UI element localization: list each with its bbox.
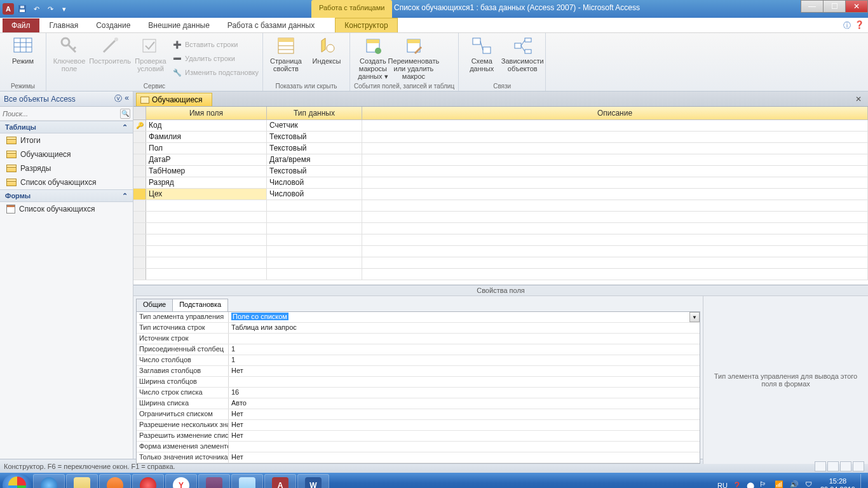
property-sheet-button[interactable]: Страница свойств [267, 36, 305, 72]
row-selector[interactable] [133, 177, 146, 188]
navgroup-tables[interactable]: Таблицы ⌃ [0, 121, 133, 133]
taskbar-media[interactable] [99, 474, 131, 488]
test-rules-button[interactable]: Проверка условий [132, 36, 170, 72]
app-icon[interactable]: A [3, 3, 14, 15]
tab-create[interactable]: Создание [87, 18, 139, 32]
tab-lookup[interactable]: Подстановка [172, 299, 228, 311]
cell-field-name[interactable]: ДатаР [146, 154, 267, 165]
cell-data-type[interactable] [267, 223, 362, 234]
field-row[interactable] [133, 212, 868, 223]
dropdown-icon[interactable]: ▼ [689, 312, 700, 322]
cell-description[interactable] [362, 223, 868, 234]
taskbar-access[interactable]: A [264, 474, 296, 488]
taskbar-yandex[interactable]: Y [165, 474, 197, 488]
cell-description[interactable] [362, 269, 868, 280]
taskbar-explorer[interactable] [66, 474, 98, 488]
cell-field-name[interactable] [146, 246, 267, 257]
cell-field-name[interactable]: Пол [146, 143, 267, 154]
field-row[interactable]: 🔑КодСчетчик [133, 120, 868, 132]
design-view-button[interactable] [827, 461, 839, 471]
tray-av-icon[interactable]: 🛡 [805, 480, 815, 488]
insert-rows-button[interactable]: ➕Вставить строки [172, 38, 259, 51]
cell-data-type[interactable] [267, 200, 362, 211]
col-description[interactable]: Описание [362, 107, 868, 119]
taskbar-paint[interactable] [231, 474, 263, 488]
property-value[interactable]: Нет [229, 431, 700, 441]
maximize-button[interactable]: ☐ [823, 0, 846, 13]
property-value[interactable]: 1 [229, 355, 700, 365]
help-icon[interactable]: ❓ [855, 20, 864, 31]
datasheet-view-button[interactable] [815, 461, 826, 471]
tab-external-data[interactable]: Внешние данные [139, 18, 219, 32]
tab-design[interactable]: Конструктор [335, 18, 397, 32]
taskbar-ie[interactable] [33, 474, 65, 488]
relationships-button[interactable]: Схема данных [463, 36, 501, 72]
cell-field-name[interactable] [146, 200, 267, 211]
cell-field-name[interactable]: Фамилия [146, 132, 267, 142]
close-document-icon[interactable]: ✕ [855, 95, 864, 104]
navpane-collapse-icon[interactable]: « [125, 93, 129, 104]
field-row[interactable] [133, 269, 868, 280]
row-selector[interactable] [133, 269, 146, 280]
field-row[interactable]: ЦехЧисловой [133, 189, 868, 200]
property-value[interactable]: Нет [229, 409, 700, 419]
property-row[interactable]: Число столбцов1 [137, 355, 700, 366]
builder-button[interactable]: Построитель [91, 36, 129, 65]
cell-data-type[interactable]: Текстовый [267, 143, 362, 154]
cell-data-type[interactable] [267, 234, 362, 245]
tab-database-tools[interactable]: Работа с базами данных [219, 18, 323, 32]
property-value[interactable] [229, 377, 700, 387]
save-icon[interactable] [17, 3, 28, 15]
row-selector[interactable] [133, 166, 146, 177]
tray-security-icon[interactable]: ⬤ [747, 482, 754, 489]
property-value[interactable]: Авто [229, 398, 700, 409]
field-row[interactable] [133, 200, 868, 212]
col-data-type[interactable]: Тип данных [267, 107, 362, 119]
sql-view-button[interactable] [840, 461, 851, 471]
col-field-name[interactable]: Имя поля [146, 107, 267, 119]
cell-field-name[interactable] [146, 234, 267, 245]
cell-field-name[interactable] [146, 212, 267, 222]
taskbar-word[interactable]: W [297, 474, 329, 488]
field-row[interactable]: ФамилияТекстовый [133, 132, 868, 143]
cell-description[interactable] [362, 143, 868, 154]
view-mode-button[interactable]: Режим [4, 36, 42, 65]
row-selector[interactable] [133, 257, 146, 268]
cell-description[interactable] [362, 246, 868, 257]
navpane-dropdown-icon[interactable]: ⓥ [114, 93, 122, 104]
field-row[interactable] [133, 234, 868, 246]
property-value[interactable]: Таблица или запрос [229, 323, 700, 333]
property-value[interactable]: Нет [229, 452, 700, 463]
navpane-header[interactable]: Все объекты Access ⓥ « [0, 92, 133, 107]
field-row[interactable]: ТабНомерТекстовый [133, 166, 868, 177]
primary-key-button[interactable]: Ключевое поле [50, 36, 88, 72]
nav-item-table[interactable]: Обучающиеся [0, 147, 133, 161]
field-row[interactable]: РазрядЧисловой [133, 177, 868, 189]
show-desktop-button[interactable] [860, 474, 865, 488]
minimize-button[interactable]: — [801, 0, 824, 13]
cell-data-type[interactable] [267, 212, 362, 222]
row-selector[interactable]: 🔑 [133, 120, 146, 131]
property-row[interactable]: Форма изменения элементов списка [137, 442, 700, 452]
property-row[interactable]: Только значения источника строкНет [137, 452, 700, 463]
property-value[interactable] [229, 442, 700, 452]
property-row[interactable]: Тип элемента управленияПоле со списком▼ [137, 312, 700, 323]
cell-field-name[interactable] [146, 257, 267, 268]
field-row[interactable]: ДатаРДата/время [133, 154, 868, 166]
cell-data-type[interactable]: Числовой [267, 189, 362, 200]
qat-dropdown-icon[interactable]: ▾ [58, 3, 70, 15]
cell-data-type[interactable]: Счетчик [267, 120, 362, 131]
rename-delete-macro-button[interactable]: Переименовать или удалить макрос [395, 36, 433, 80]
nav-item-table[interactable]: Разряды [0, 161, 133, 175]
tab-general[interactable]: Общие [136, 299, 173, 311]
cell-data-type[interactable]: Дата/время [267, 154, 362, 165]
cell-description[interactable] [362, 234, 868, 245]
cell-field-name[interactable] [146, 223, 267, 234]
property-value[interactable]: 16 [229, 388, 700, 398]
form-view-button[interactable] [853, 461, 864, 471]
navgroup-forms[interactable]: Формы ⌃ [0, 189, 133, 202]
cell-field-name[interactable]: Разряд [146, 177, 267, 188]
property-row[interactable]: Число строк списка16 [137, 388, 700, 398]
property-row[interactable]: Источник строк [137, 334, 700, 344]
start-button[interactable] [3, 474, 32, 488]
